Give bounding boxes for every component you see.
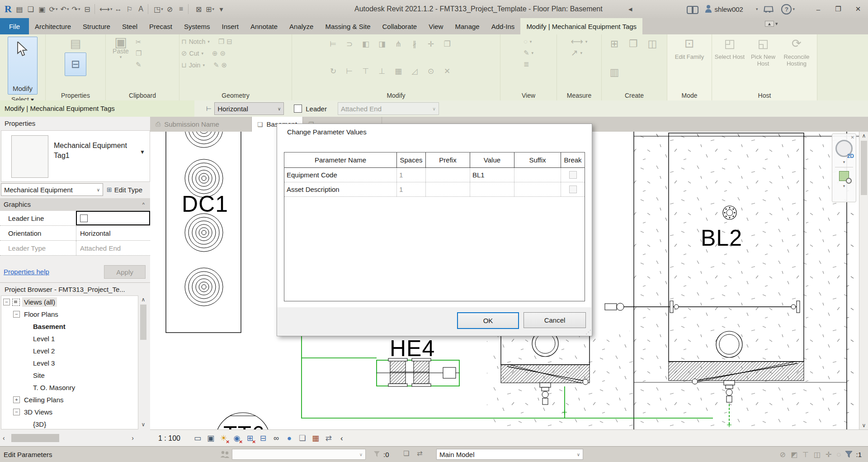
shadows-icon[interactable]: ◉✕ (231, 433, 242, 444)
unpin-icon[interactable]: ⊥ (377, 66, 387, 77)
tree-expander[interactable] (23, 348, 29, 354)
tree-item[interactable]: + Ceiling Plans (1, 394, 138, 406)
mirror-pick-axis-icon[interactable]: ◧ (361, 38, 371, 49)
ribbon-tab[interactable]: Annotate (245, 18, 283, 34)
tree-expander[interactable] (23, 372, 29, 378)
offset-icon[interactable]: ⊃ (344, 38, 354, 49)
scroll-left-icon[interactable]: ‹ (3, 434, 5, 442)
steering-wheel-2d-icon[interactable] (835, 140, 853, 157)
tree-item[interactable]: − Views (all) (1, 296, 138, 308)
type-selector[interactable]: Mechanical Equipment Tag1 ▼ (1, 130, 150, 182)
chevron-down-icon[interactable]: ▾ (843, 160, 845, 164)
reveal-hidden-elements-icon[interactable]: ● (284, 433, 295, 444)
modify-button[interactable]: Modify (8, 37, 38, 95)
scrollbar-thumb[interactable] (11, 434, 59, 442)
sync-with-central-icon[interactable]: ⟳▾ (48, 3, 59, 15)
tree-expander[interactable]: − (3, 299, 10, 305)
override-graphics-icon[interactable]: ✎ ▾ (524, 49, 533, 57)
break-checkbox[interactable] (569, 171, 577, 179)
close-icon[interactable]: ✕ (851, 135, 854, 140)
active-design-option-select[interactable]: Main Model∨ (436, 449, 583, 460)
tag-by-category-icon[interactable]: ⚐ (124, 3, 135, 15)
property-row[interactable]: Leader Type Attached End (0, 241, 150, 256)
temporary-view-properties-icon[interactable]: ❏ (297, 433, 308, 444)
tree-item[interactable]: − Floor Plans (1, 308, 138, 320)
match-type-icon[interactable]: ✎ (136, 61, 142, 69)
close-inactive-windows-icon[interactable]: ⊠ (193, 3, 204, 15)
account-dropdown-arrow[interactable]: ▾ (756, 7, 758, 11)
scroll-right-icon[interactable]: › (132, 434, 134, 442)
create-similar-icon[interactable]: ❐ (628, 38, 638, 49)
restore-button[interactable]: ❐ (828, 0, 848, 18)
value-cell[interactable]: BL1 (470, 168, 514, 182)
close-button[interactable]: ✕ (848, 0, 868, 18)
scroll-up-icon[interactable]: ∧ (142, 295, 146, 304)
collapse-section-icon[interactable]: ^ (142, 198, 144, 211)
tree-expander[interactable] (23, 385, 29, 391)
sun-path-icon[interactable]: ☀✕ (218, 433, 229, 444)
ribbon-tab[interactable]: Collaborate (376, 18, 423, 34)
analytical-model-icon[interactable]: ▦ (310, 433, 321, 444)
suffix-cell[interactable] (514, 168, 561, 182)
suffix-cell[interactable] (514, 182, 561, 196)
temporary-hide-isolate-icon[interactable]: ∞ (271, 433, 282, 444)
join-menu[interactable]: ⊔ Join ▾ ✎ ⊗ (181, 61, 232, 69)
equipment-tag-tt6[interactable]: TT6 (223, 421, 265, 429)
mirror-draw-axis-icon[interactable]: ◨ (377, 38, 387, 49)
view-tab-submission-name[interactable]: ⎙ Submission Name (150, 117, 252, 132)
default-3d-view-icon[interactable]: ◳▾ (153, 3, 164, 15)
scrollbar-thumb[interactable] (140, 305, 146, 340)
leader-checkbox[interactable] (294, 105, 302, 113)
select-host-button[interactable]: ◰ Select Host (714, 37, 745, 90)
move-icon[interactable]: ✛ (426, 38, 436, 49)
chevron-down-icon[interactable]: ▾ (843, 184, 845, 188)
measure-icon[interactable]: ⟷▾ (99, 3, 112, 15)
notch-menu[interactable]: ⊓ Notch ▾ ❐ ⊟ (181, 38, 232, 46)
ribbon-tab[interactable]: Add-Ins (486, 18, 521, 34)
select-underlay-toggle[interactable]: ◩ (791, 450, 797, 459)
copy-icon[interactable]: ❐ (442, 38, 452, 49)
design-options-edit-icon[interactable]: ⇄ (417, 449, 423, 457)
tree-item[interactable]: Level 3 (1, 357, 138, 369)
aligned-dimension-icon[interactable]: ↔ (113, 3, 123, 15)
user-name[interactable]: shlew002 (715, 5, 743, 13)
prefix-cell[interactable] (426, 168, 470, 182)
edit-family-button[interactable]: ⊡ Edit Family (674, 37, 705, 90)
dropdown-arrow-icon[interactable]: ▾ (161, 7, 163, 11)
tree-expander[interactable]: + (13, 396, 20, 403)
tree-expander[interactable] (23, 360, 29, 366)
ribbon-tab[interactable]: Structure (77, 18, 116, 34)
text-icon[interactable]: A (135, 3, 146, 15)
redo-icon[interactable]: ↷▾ (71, 3, 81, 15)
paste-button[interactable]: ▣ Paste ▾ (108, 37, 134, 90)
ribbon-tab[interactable]: Modify | Mechanical Equipment Tags (520, 18, 642, 34)
search-icon[interactable] (687, 5, 698, 13)
split-with-gap-icon[interactable]: ∦ (410, 38, 420, 49)
leader-line-checkbox[interactable] (80, 214, 88, 222)
owned-elements-filter-icon[interactable] (373, 451, 380, 457)
spaces-cell[interactable]: 1 (397, 182, 426, 196)
section-icon[interactable]: ⊘ (164, 3, 175, 15)
cut-icon[interactable]: ✂ (136, 38, 142, 46)
file-menu-icon[interactable]: ▤ (14, 3, 25, 15)
customize-qat-icon[interactable]: ▾ (216, 3, 226, 15)
tree-item[interactable]: T. O. Masonry (1, 381, 138, 394)
ribbon-tab[interactable]: Steel (116, 18, 143, 34)
tree-item[interactable]: Level 2 (1, 345, 138, 357)
minimize-button[interactable]: – (808, 0, 828, 18)
thin-lines-icon[interactable]: ≡ (175, 3, 186, 15)
trim-extend-icon[interactable]: ⊢ (344, 66, 354, 77)
user-avatar-icon[interactable] (705, 5, 712, 13)
ribbon-tab[interactable]: Massing & Site (319, 18, 376, 34)
rotate-icon[interactable]: ↻ (328, 66, 338, 77)
property-row[interactable]: Orientation Horizontal (0, 226, 150, 241)
ribbon-tab[interactable]: View (423, 18, 449, 34)
save-icon[interactable]: ▣ (37, 3, 47, 15)
dimension-icon[interactable]: ↗ ▾ (571, 49, 588, 57)
help-dropdown-arrow[interactable]: ▾ (793, 7, 795, 11)
tree-expander[interactable] (23, 421, 29, 427)
tree-item[interactable]: {3D} (1, 418, 138, 429)
reveal-constraints-icon[interactable]: ⇄ (323, 433, 334, 444)
revit-logo[interactable]: R (3, 3, 14, 15)
ribbon-tab[interactable]: Architecture (29, 18, 77, 34)
